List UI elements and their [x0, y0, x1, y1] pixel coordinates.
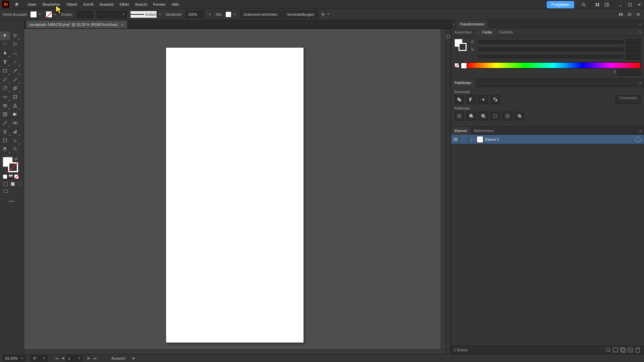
workspace-icon[interactable] — [602, 1, 611, 8]
stroke-weight-input[interactable] — [76, 11, 93, 18]
width-tool[interactable] — [0, 93, 10, 101]
close-icon[interactable] — [635, 1, 644, 8]
direct-selection-tool[interactable] — [10, 32, 20, 40]
new-layer-icon[interactable] — [627, 347, 634, 353]
none-mode-icon[interactable] — [14, 174, 19, 179]
tab-close-icon[interactable]: × — [121, 22, 124, 27]
opacity-more[interactable] — [208, 11, 212, 18]
value-b[interactable] — [626, 54, 641, 60]
eyedropper-tool[interactable] — [0, 119, 10, 127]
blend-tool[interactable] — [10, 119, 20, 127]
swap-fill-stroke-icon[interactable]: ⇄ — [14, 157, 17, 161]
visibility-icon[interactable] — [451, 135, 460, 144]
panel-collapse-strip[interactable] — [445, 29, 451, 354]
shape-builder-tool[interactable] — [0, 101, 10, 110]
tab-colorguide[interactable]: Farbhilfe — [495, 28, 517, 36]
selection-tool[interactable] — [0, 32, 10, 40]
hand-tool[interactable] — [0, 145, 10, 154]
minimize-icon[interactable] — [616, 1, 625, 8]
edit-toolbar-icon[interactable]: ••• — [9, 199, 15, 203]
artboard-nav-input[interactable]: 1 — [66, 355, 83, 361]
draw-normal-icon[interactable] — [3, 181, 9, 187]
layer-row[interactable]: › Ebene 1 — [451, 135, 644, 144]
tab-layers[interactable]: Ebenen — [451, 127, 471, 135]
curvature-tool[interactable] — [10, 49, 20, 58]
align-to-icon[interactable] — [618, 11, 624, 17]
search-icon[interactable] — [579, 1, 588, 8]
minus-front-icon[interactable] — [467, 95, 476, 104]
type-tool[interactable] — [0, 58, 10, 66]
artboard[interactable] — [166, 48, 304, 343]
color-fill-stroke[interactable] — [454, 39, 467, 51]
style-swatch[interactable] — [225, 11, 231, 17]
pencil-tool[interactable] — [0, 75, 10, 84]
fill-stroke-control[interactable]: ⇄ — [3, 157, 18, 172]
zoom-level-input[interactable]: 33,33% — [3, 355, 25, 361]
free-transform-tool[interactable] — [10, 93, 20, 101]
tab-color[interactable]: Farbe — [479, 28, 495, 36]
menu-fenster[interactable]: Fenster — [150, 0, 168, 9]
value-g[interactable] — [626, 46, 641, 52]
layer-name[interactable]: Ebene 1 — [485, 137, 499, 141]
menu-hilfe[interactable]: Hilfe — [169, 0, 182, 9]
comment-icon[interactable] — [446, 33, 451, 41]
unite-icon[interactable] — [454, 95, 464, 104]
fill-dropdown[interactable] — [38, 11, 42, 18]
expand-button[interactable]: Umwandeln — [615, 95, 641, 104]
draw-behind-icon[interactable] — [10, 181, 16, 187]
crop-icon[interactable] — [491, 112, 500, 120]
value-r[interactable] — [626, 39, 641, 45]
brush-dropdown[interactable] — [158, 11, 162, 18]
make-clipping-icon[interactable] — [612, 347, 619, 353]
slice-tool[interactable] — [10, 136, 20, 145]
isolate-icon[interactable] — [320, 11, 326, 17]
gradient-mode-icon[interactable] — [8, 174, 13, 179]
first-artboard-icon[interactable]: ⏮ — [54, 355, 60, 361]
rotate-tool[interactable] — [0, 84, 10, 93]
gradient-tool[interactable] — [10, 110, 20, 119]
exclude-icon[interactable] — [491, 95, 500, 104]
outline-icon[interactable] — [503, 112, 512, 120]
magic-wand-tool[interactable] — [0, 40, 10, 49]
new-sublayer-icon[interactable] — [619, 347, 627, 353]
stroke-swatch[interactable] — [46, 11, 52, 18]
panel-menu-icon[interactable]: ≡ — [637, 30, 644, 34]
arrange-icon[interactable] — [593, 1, 602, 8]
target-icon[interactable] — [635, 137, 641, 142]
opacity-input[interactable]: 100% — [185, 11, 204, 18]
perspective-tool[interactable] — [10, 101, 20, 110]
menu-ansicht[interactable]: Ansicht — [132, 0, 150, 9]
slider-g[interactable] — [479, 48, 623, 51]
menu-auswahl[interactable]: Auswahl — [97, 0, 117, 9]
rectangle-tool[interactable] — [0, 66, 10, 75]
horizontal-scrollbar[interactable] — [24, 349, 445, 354]
share-button[interactable]: Freigeben — [547, 1, 574, 8]
panel-menu-icon[interactable]: ≡ — [637, 129, 644, 133]
brush-preview[interactable]: Einfach — [130, 11, 157, 18]
menu-bearbeiten[interactable]: Bearbeiten — [40, 0, 63, 9]
document-tab[interactable]: paragraph-1485228.png* @ 33,33 % (RGB/Vo… — [26, 20, 127, 28]
preferences-button[interactable]: Voreinstellungen — [283, 11, 318, 18]
color-spectrum[interactable] — [467, 62, 641, 68]
artboard-tool[interactable] — [0, 136, 10, 145]
divide-icon[interactable] — [454, 112, 464, 120]
panel-menu-icon[interactable]: ≡ — [637, 22, 644, 26]
next-artboard-icon[interactable]: ▶ — [86, 355, 92, 361]
prev-artboard-icon[interactable]: ◀ — [60, 355, 66, 361]
eraser-tool[interactable] — [10, 75, 20, 84]
slider-b[interactable] — [479, 55, 623, 58]
intersect-icon[interactable] — [479, 95, 488, 104]
scale-tool[interactable] — [10, 84, 20, 93]
paintbrush-tool[interactable] — [10, 66, 20, 75]
pen-tool[interactable] — [0, 49, 10, 58]
fill-swatch[interactable] — [30, 11, 37, 18]
maximize-icon[interactable] — [625, 1, 635, 8]
none-swatch-icon[interactable] — [454, 63, 459, 68]
menu-datei[interactable]: Datei — [25, 0, 40, 9]
delete-layer-icon[interactable] — [634, 347, 641, 353]
slider-r[interactable] — [479, 40, 623, 44]
align-options-icon[interactable] — [627, 11, 633, 17]
last-artboard-icon[interactable]: ⏭ — [92, 355, 98, 361]
hex-input[interactable] — [617, 70, 641, 76]
status-menu-icon[interactable]: ▶ — [131, 355, 137, 361]
